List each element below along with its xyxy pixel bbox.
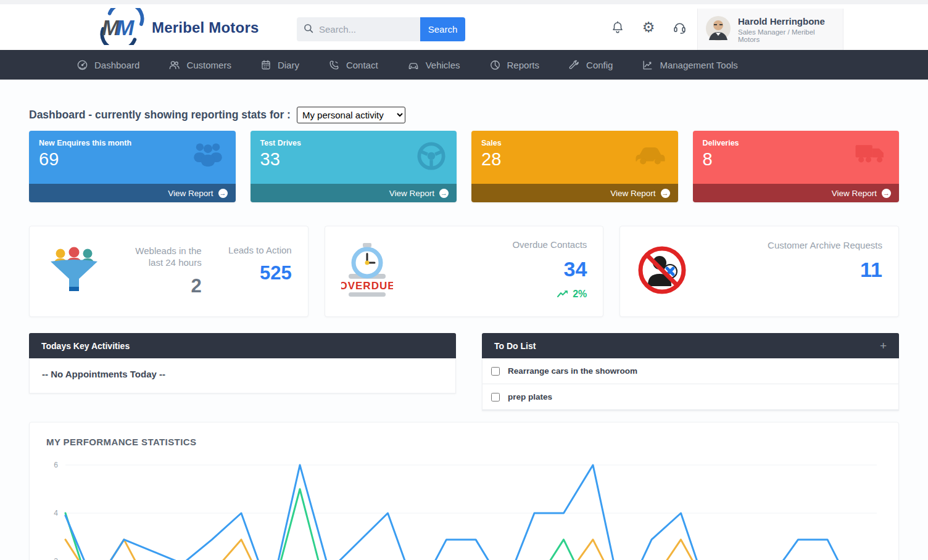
main-nav: Dashboard Customers Diary Contact Vehicl… <box>0 50 928 80</box>
view-report-button[interactable]: View Report → <box>471 184 678 202</box>
key-activities-panel: Todays Key Activities -- No Appointments… <box>29 333 456 393</box>
users-icon <box>190 141 226 169</box>
performance-statistics-card: MY PERFORMANCE STATISTICS 246 <box>29 422 899 560</box>
overdue-contacts-card: OVERDUE Overdue Contacts 34 2% <box>325 226 604 317</box>
wrench-icon <box>568 59 580 71</box>
people-icon <box>168 59 180 71</box>
svg-text:4: 4 <box>54 509 58 517</box>
add-todo-button[interactable]: + <box>880 339 887 353</box>
key-activities-title: Todays Key Activities <box>41 341 130 351</box>
view-report-button[interactable]: View Report → <box>693 184 900 202</box>
notifications-bell-icon[interactable] <box>610 19 626 35</box>
avatar <box>705 15 731 44</box>
archive-customer-icon <box>636 244 688 299</box>
support-headset-icon[interactable] <box>671 19 687 35</box>
view-report-button[interactable]: View Report → <box>29 184 236 202</box>
webleads-value: 2 <box>191 275 201 297</box>
car-outline-icon <box>407 59 420 71</box>
webleads-label: Webleads in the last 24 hours <box>123 245 202 269</box>
todo-item-label: Rearrange cars in the showroom <box>508 366 637 376</box>
svg-text:M: M <box>116 15 135 39</box>
stat-card-new-enquiries: New Enquires this month 69 View Report → <box>29 131 236 202</box>
brand-logo-icon: M M <box>97 8 147 47</box>
arrow-circle-icon: → <box>439 189 449 198</box>
nav-item-diary[interactable]: Diary <box>260 59 299 70</box>
overdue-stopwatch-icon: OVERDUE <box>341 242 393 301</box>
brand-name: Meribel Motors <box>152 19 259 36</box>
nav-item-config[interactable]: Config <box>568 59 613 71</box>
archive-value: 11 <box>860 258 882 282</box>
search-icon <box>303 23 314 36</box>
car-icon <box>632 141 668 168</box>
nav-item-contact[interactable]: Contact <box>328 59 378 71</box>
svg-text:2: 2 <box>54 557 58 560</box>
nav-item-customers[interactable]: Customers <box>168 59 231 71</box>
arrow-circle-icon: → <box>661 189 670 198</box>
overdue-label: Overdue Contacts <box>512 239 587 251</box>
stat-card-deliveries: Deliveries 8 View Report → <box>693 131 900 202</box>
brand[interactable]: M M Meribel Motors <box>97 8 259 47</box>
settings-gear-icon[interactable]: ⚙ <box>640 19 657 35</box>
dashboard-main: Dashboard - currently showing reporting … <box>0 107 928 560</box>
user-name: Harold Herringbone <box>738 16 835 27</box>
app-header: M M Meribel Motors Search ⚙ <box>0 4 928 50</box>
stat-card-row: New Enquires this month 69 View Report →… <box>29 131 899 202</box>
no-appointments-message: -- No Appointments Today -- <box>29 358 456 393</box>
user-role: Sales Manager / Meribel Motors <box>738 28 835 43</box>
search-box <box>297 17 420 41</box>
archive-label: Customer Archive Requests <box>768 240 882 252</box>
leads-to-action-value: 525 <box>260 262 292 284</box>
svg-text:OVERDUE: OVERDUE <box>341 280 393 292</box>
phone-icon <box>328 59 340 71</box>
archive-requests-card: Customer Archive Requests 11 <box>619 226 899 317</box>
svg-text:6: 6 <box>54 461 58 469</box>
overdue-value: 34 <box>564 257 587 281</box>
todo-item-label: prep plates <box>508 392 552 401</box>
todo-item: Rearrange cars in the showroom <box>483 358 898 384</box>
pie-chart-icon <box>489 59 501 71</box>
webleads-card: Webleads in the last 24 hours 2 Leads to… <box>29 226 309 317</box>
todo-title: To Do List <box>494 341 536 351</box>
arrow-circle-icon: → <box>218 189 228 198</box>
todo-item: prep plates <box>483 384 898 410</box>
nav-item-vehicles[interactable]: Vehicles <box>407 59 460 71</box>
stat-card-sales: Sales 28 View Report → <box>471 131 678 202</box>
page-title: Dashboard - currently showing reporting … <box>29 109 291 121</box>
stat-card-test-drives: Test Drives 33 View Report → <box>251 131 457 202</box>
arrow-circle-icon: → <box>882 189 891 198</box>
info-card-row: Webleads in the last 24 hours 2 Leads to… <box>29 226 899 317</box>
performance-line-chart: 246 <box>30 422 898 560</box>
search-button[interactable]: Search <box>420 17 465 41</box>
calendar-icon <box>260 59 271 70</box>
speedometer-icon <box>77 59 88 71</box>
truck-icon <box>853 141 889 168</box>
todo-checkbox[interactable] <box>491 393 500 401</box>
search-input[interactable] <box>319 24 405 35</box>
user-menu[interactable]: Harold Herringbone Sales Manager / Merib… <box>697 9 843 50</box>
nav-item-management-tools[interactable]: Management Tools <box>642 59 737 71</box>
line-chart-icon <box>642 59 653 71</box>
top-strip <box>0 0 928 4</box>
leads-to-action-label: Leads to Action <box>228 245 292 257</box>
header-search: Search <box>297 17 465 41</box>
funnel-leads-icon <box>46 243 102 300</box>
steering-wheel-icon <box>416 141 447 174</box>
trend-up-icon <box>557 290 569 299</box>
view-report-button[interactable]: View Report → <box>251 184 457 202</box>
nav-item-reports[interactable]: Reports <box>489 59 540 71</box>
todo-checkbox[interactable] <box>491 367 500 376</box>
todo-panel: To Do List + Rearrange cars in the showr… <box>482 333 899 411</box>
nav-item-dashboard[interactable]: Dashboard <box>77 59 139 71</box>
reporting-filter-select[interactable]: My personal activity <box>297 107 405 123</box>
overdue-trend-value: 2% <box>573 289 587 300</box>
header-icons: ⚙ <box>610 19 687 35</box>
